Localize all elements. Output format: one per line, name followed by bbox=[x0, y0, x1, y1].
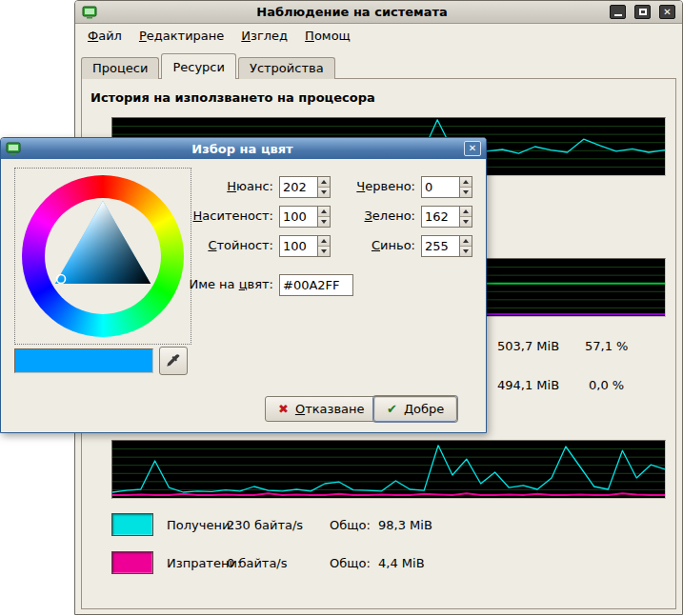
app-icon bbox=[82, 5, 97, 20]
hue-spin-down-button[interactable] bbox=[318, 187, 330, 197]
tab-processes[interactable]: Процеси bbox=[81, 57, 159, 79]
memory-used-value: 503,7 MiB bbox=[497, 339, 559, 353]
menu-file[interactable]: Файл bbox=[79, 27, 131, 47]
color-wheel[interactable] bbox=[14, 168, 191, 345]
red-spinbox bbox=[421, 176, 472, 198]
close-button[interactable]: ✕ bbox=[659, 5, 675, 19]
network-history-chart bbox=[111, 440, 666, 499]
value-label: Стойност: bbox=[131, 238, 273, 252]
saturation-label: Наситеност: bbox=[131, 209, 273, 223]
red-spin-down-button[interactable] bbox=[460, 187, 472, 197]
red-input[interactable] bbox=[421, 176, 459, 198]
tab-devices[interactable]: Устройства bbox=[238, 57, 335, 79]
value-spinbox bbox=[279, 235, 331, 257]
spin-down-icon bbox=[321, 249, 327, 253]
maximize-icon bbox=[639, 9, 647, 15]
swap-used-percent: 0,0 % bbox=[589, 378, 624, 392]
blue-spinbox bbox=[421, 235, 472, 257]
menubar: Файл Редактиране Изглед Помощ bbox=[79, 27, 359, 47]
sent-total-label: Общо: bbox=[330, 556, 371, 570]
eyedropper-icon bbox=[166, 353, 181, 368]
tab-strip: Процеси Ресурси Устройства bbox=[81, 53, 337, 79]
cancel-icon: ✖ bbox=[278, 402, 289, 416]
green-spinbox bbox=[421, 206, 472, 228]
received-rate: 230 байта/s bbox=[227, 518, 303, 532]
sent-color-swatch[interactable] bbox=[111, 551, 153, 574]
spin-up-icon bbox=[463, 209, 469, 213]
color-name-input[interactable] bbox=[279, 274, 353, 296]
memory-used-percent: 57,1 % bbox=[585, 339, 628, 353]
blue-spin-down-button[interactable] bbox=[460, 246, 472, 256]
dialog-title: Избор на цвят bbox=[26, 142, 459, 156]
received-total-label: Общо: bbox=[330, 518, 371, 532]
sent-total: 4,4 MiB bbox=[378, 556, 425, 570]
swap-used-value: 494,1 MiB bbox=[497, 378, 559, 392]
dialog-app-icon bbox=[6, 141, 21, 156]
spin-up-icon bbox=[463, 180, 469, 184]
spin-down-icon bbox=[463, 249, 469, 253]
cpu-history-heading: История на използването на процесора bbox=[90, 90, 375, 105]
spin-down-icon bbox=[463, 220, 469, 224]
ok-icon: ✔ bbox=[387, 402, 397, 416]
value-input[interactable] bbox=[279, 235, 317, 257]
value-spin-down-button[interactable] bbox=[318, 246, 330, 256]
spin-up-icon bbox=[321, 209, 327, 213]
ok-button[interactable]: ✔ Добре bbox=[373, 396, 457, 422]
spin-down-icon bbox=[321, 220, 327, 224]
dialog-close-button[interactable]: ✕ bbox=[464, 141, 481, 156]
green-input[interactable] bbox=[421, 206, 459, 228]
sent-rate: 0 байта/s bbox=[227, 556, 288, 570]
spin-up-icon bbox=[463, 239, 469, 243]
spin-up-icon bbox=[321, 239, 327, 243]
blue-input[interactable] bbox=[421, 235, 459, 257]
spin-down-icon bbox=[463, 190, 469, 194]
menu-view[interactable]: Изглед bbox=[232, 27, 296, 47]
green-spin-up-button[interactable] bbox=[460, 207, 472, 216]
green-spin-down-button[interactable] bbox=[460, 216, 472, 227]
screen: Наблюдение на системата ✕ Файл Редактира… bbox=[0, 0, 683, 616]
saturation-spin-up-button[interactable] bbox=[318, 207, 330, 216]
maximize-button[interactable] bbox=[634, 5, 651, 19]
titlebar[interactable]: Наблюдение на системата ✕ bbox=[75, 1, 682, 24]
spin-up-icon bbox=[321, 180, 327, 184]
close-icon: ✕ bbox=[663, 8, 671, 17]
dialog-titlebar[interactable]: Избор на цвят ✕ bbox=[1, 138, 486, 159]
color-name-label: Име на цвят: bbox=[131, 277, 273, 291]
menu-help[interactable]: Помощ bbox=[296, 27, 359, 47]
blue-spin-up-button[interactable] bbox=[460, 236, 472, 246]
menu-edit[interactable]: Редактиране bbox=[131, 27, 232, 47]
saturation-spinbox bbox=[279, 206, 331, 228]
received-color-swatch[interactable] bbox=[111, 513, 153, 536]
color-picker-dialog: Избор на цвят ✕ Ню bbox=[0, 137, 487, 433]
window-title: Наблюдение на системата bbox=[103, 5, 601, 19]
received-total: 98,3 MiB bbox=[378, 518, 432, 532]
hue-input[interactable] bbox=[279, 176, 317, 198]
red-spin-up-button[interactable] bbox=[460, 177, 472, 187]
hue-spinbox bbox=[279, 176, 331, 198]
value-spin-up-button[interactable] bbox=[318, 236, 330, 246]
spin-down-icon bbox=[321, 190, 327, 194]
minimize-icon bbox=[614, 14, 622, 16]
saturation-input[interactable] bbox=[279, 206, 317, 228]
minimize-button[interactable] bbox=[610, 5, 626, 19]
tab-resources[interactable]: Ресурси bbox=[161, 53, 236, 79]
color-preview bbox=[14, 348, 153, 373]
eyedropper-button[interactable] bbox=[159, 347, 188, 375]
saturation-spin-down-button[interactable] bbox=[318, 216, 330, 227]
hue-label: Нюанс: bbox=[131, 179, 273, 193]
cancel-button[interactable]: ✖ Отказване bbox=[265, 396, 378, 422]
hue-spin-up-button[interactable] bbox=[318, 177, 330, 187]
received-label: Получени: bbox=[167, 518, 234, 532]
